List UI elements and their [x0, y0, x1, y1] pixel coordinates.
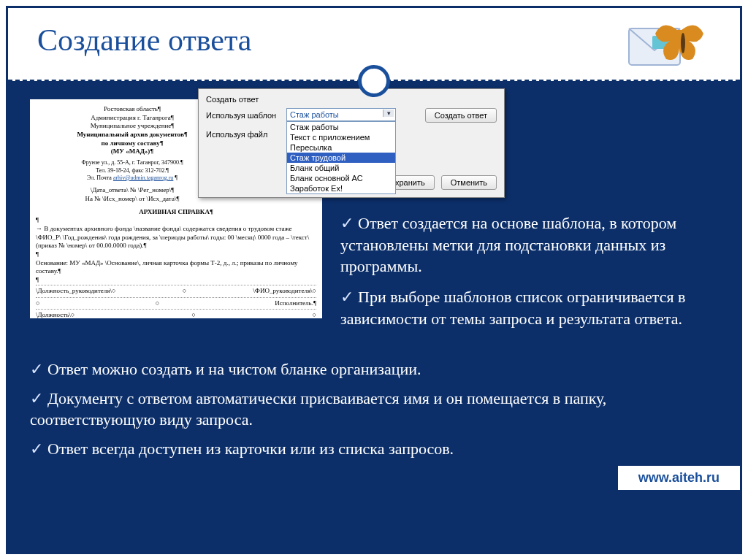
dropdown-option[interactable]: Заработок Ex! [287, 183, 395, 193]
doc-email-link[interactable]: arhiv@admin.taganrog.ru [113, 174, 173, 181]
doc-exec-pos: \Должность\○ [36, 311, 75, 318]
slide-body: Ростовская область¶ Администрация г. Таг… [8, 81, 740, 490]
doc-executor: Исполнитель.¶ [275, 299, 316, 308]
bullet: Документу с ответом автоматически присва… [30, 388, 718, 431]
template-label: Используя шаблон [206, 108, 286, 120]
bullet: Ответ создается на основе шаблона, в кот… [340, 212, 718, 277]
create-answer-button[interactable]: Создать ответ [425, 108, 497, 123]
bullet: При выборе шаблонов список ограничиваетс… [340, 286, 718, 329]
doc-sign-head: \Должность_руководителя\○ [36, 287, 115, 296]
slide-title: Создание ответа [37, 23, 711, 58]
bullet: Ответ всегда доступен из карточки или из… [30, 438, 718, 460]
right-bullets: Ответ создается на основе шаблона, в кот… [340, 212, 718, 338]
doc-heading: АРХИВНАЯ СПРАВКА¶ [36, 208, 316, 217]
template-dropdown: Стаж работы Текст с приложением Пересылк… [286, 121, 396, 194]
dropdown-option[interactable]: Бланк основной АС [287, 173, 395, 183]
doc-para2: Основание: МУ «МАД» \Основание\, личная … [36, 259, 316, 276]
doc-sign-fio: \ФИО_руководителя\○ [253, 287, 316, 296]
dialog-title: Создать ответ [206, 95, 497, 104]
footer-url: www.aiteh.ru [618, 466, 740, 490]
divider-circle-icon [358, 65, 390, 97]
dropdown-option[interactable]: Бланк общий [287, 163, 395, 173]
file-label: Используя файл [206, 127, 286, 139]
svg-point-2 [681, 33, 685, 53]
slide: Создание ответа Ростовская область¶ Адми… [6, 6, 742, 554]
envelope-butterfly-icon [623, 15, 718, 81]
template-combobox[interactable]: Стаж работы [286, 108, 396, 121]
dropdown-option[interactable]: Стаж работы [287, 122, 395, 132]
dropdown-option[interactable]: Текст с приложением [287, 132, 395, 142]
lower-bullets: Ответ можно создать и на чистом бланке о… [30, 358, 718, 467]
dropdown-option[interactable]: Пересылка [287, 142, 395, 153]
dropdown-option-selected[interactable]: Стаж трудовой [287, 153, 395, 163]
bullet: Ответ можно создать и на чистом бланке о… [30, 358, 718, 380]
create-answer-dialog: Создать ответ Используя шаблон Стаж рабо… [198, 88, 505, 198]
cancel-button[interactable]: Отменить [441, 175, 497, 190]
doc-para1: → В документах архивного фонда \название… [36, 225, 316, 250]
